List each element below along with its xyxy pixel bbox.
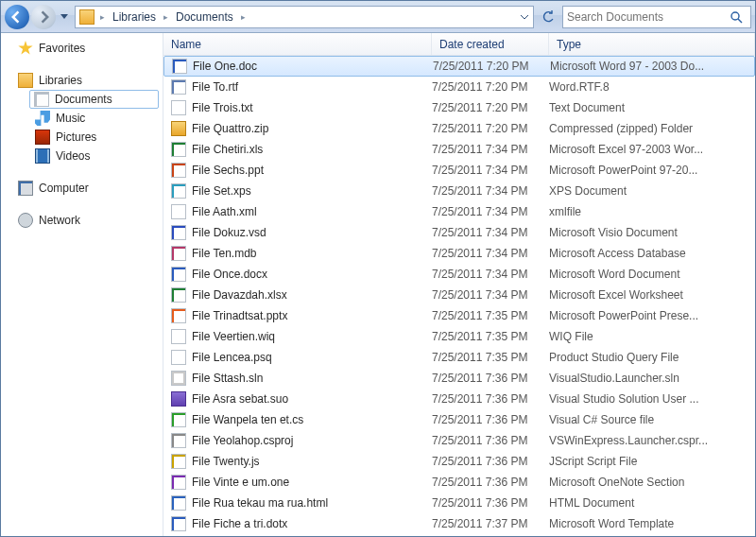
file-row[interactable]: File Ten.mdb7/25/2011 7:34 PMMicrosoft A… (163, 243, 755, 264)
nav-libraries[interactable]: Libraries (1, 71, 163, 90)
chevron-down-icon[interactable] (520, 12, 529, 22)
file-icon (171, 350, 186, 365)
file-date: 7/25/2011 7:36 PM (432, 413, 549, 426)
file-date: 7/25/2011 7:35 PM (432, 309, 549, 322)
file-type: Text Document (549, 101, 755, 114)
file-rows[interactable]: File One.doc7/25/2011 7:20 PMMicrosoft W… (163, 56, 755, 536)
file-type: Product Studio Query File (549, 351, 755, 364)
column-header-type[interactable]: Type (549, 33, 755, 55)
file-row[interactable]: File Rua tekau ma rua.html7/25/2011 7:36… (163, 493, 755, 513)
file-row[interactable]: File Quattro.zip7/25/2011 7:20 PMCompres… (163, 118, 755, 139)
chevron-right-icon: ▸ (98, 12, 107, 22)
explorer-window: ▸ Libraries ▸ Documents ▸ Favorites (0, 0, 756, 537)
file-row[interactable]: File Veertien.wiq7/25/2011 7:35 PMWIQ Fi… (163, 326, 755, 347)
nav-network[interactable]: Network (1, 211, 163, 230)
file-row[interactable]: File Fiche a tri.dotx7/25/2011 7:37 PMMi… (163, 513, 755, 534)
file-name: File Vinte e um.one (192, 476, 289, 489)
column-headers: Name Date created Type (163, 33, 755, 56)
file-row[interactable]: File Lencea.psq7/25/2011 7:35 PMProduct … (163, 347, 755, 368)
computer-icon (18, 181, 33, 196)
search-input[interactable] (567, 10, 730, 24)
file-icon (171, 287, 186, 303)
file-row[interactable]: File To.rtf7/25/2011 7:20 PMWord.RTF.8 (163, 77, 755, 97)
search-box[interactable] (562, 6, 751, 28)
file-type: Compressed (zipped) Folder (549, 122, 755, 135)
file-row[interactable]: File Yeolahop.csproj7/25/2011 7:36 PMVSW… (163, 430, 755, 451)
nav-computer[interactable]: Computer (1, 179, 163, 198)
nav-label: Favorites (39, 42, 85, 55)
file-row[interactable]: File Trinadtsat.pptx7/25/2011 7:35 PMMic… (163, 305, 755, 326)
file-icon (171, 516, 186, 531)
file-row[interactable]: File Dalawampu't apat.xsn7/25/2011 7:37 … (163, 534, 755, 536)
ic-mus-icon (35, 111, 50, 126)
back-button[interactable] (5, 5, 29, 29)
file-type: WIQ File (549, 330, 755, 343)
file-row[interactable]: File Dokuz.vsd7/25/2011 7:34 PMMicrosoft… (163, 222, 755, 243)
ic-pic-icon (35, 130, 50, 145)
file-row[interactable]: File Sechs.ppt7/25/2011 7:34 PMMicrosoft… (163, 160, 755, 181)
file-row[interactable]: File Chetiri.xls7/25/2011 7:34 PMMicroso… (163, 139, 755, 160)
file-type: Word.RTF.8 (549, 80, 755, 94)
file-name: File Twenty.js (192, 455, 260, 468)
file-row[interactable]: File Vinte e um.one7/25/2011 7:36 PMMicr… (163, 472, 755, 493)
folder-icon (79, 9, 94, 25)
file-type: Visual Studio Solution User ... (549, 392, 755, 406)
file-type: Microsoft Access Database (549, 247, 755, 260)
nav-favorites[interactable]: Favorites (1, 39, 163, 58)
file-date: 7/25/2011 7:20 PM (432, 122, 549, 135)
file-name: File Aath.xml (192, 205, 257, 218)
breadcrumb-item[interactable]: Libraries (107, 10, 162, 24)
file-row[interactable]: File Wanpela ten et.cs7/25/2011 7:36 PMV… (163, 409, 755, 430)
nav-item-pictures[interactable]: Pictures (1, 128, 163, 147)
nav-item-videos[interactable]: Videos (1, 147, 163, 165)
file-type: XPS Document (549, 184, 755, 198)
search-icon (730, 10, 743, 24)
history-dropdown[interactable] (58, 5, 71, 29)
file-list-pane: Name Date created Type File One.doc7/25/… (163, 33, 755, 536)
file-row[interactable]: File Davazdah.xlsx7/25/2011 7:34 PMMicro… (163, 285, 755, 305)
nav-item-label: Documents (55, 93, 112, 106)
forward-button[interactable] (31, 5, 56, 29)
ic-vid-icon (35, 148, 50, 164)
nav-label: Network (39, 214, 80, 227)
nav-item-documents[interactable]: Documents (29, 90, 159, 109)
file-row[interactable]: File Once.docx7/25/2011 7:34 PMMicrosoft… (163, 264, 755, 285)
column-header-name[interactable]: Name (163, 33, 432, 55)
file-name: File Dokuz.vsd (192, 226, 266, 239)
file-icon (171, 204, 186, 219)
file-icon (171, 371, 186, 386)
file-icon (171, 391, 186, 407)
file-date: 7/25/2011 7:36 PM (432, 455, 549, 468)
file-icon (171, 79, 186, 95)
file-row[interactable]: File Sttash.sln7/25/2011 7:36 PMVisualSt… (163, 368, 755, 389)
file-date: 7/25/2011 7:35 PM (432, 351, 549, 364)
file-row[interactable]: File One.doc7/25/2011 7:20 PMMicrosoft W… (163, 56, 755, 77)
file-icon (171, 246, 186, 261)
nav-item-music[interactable]: Music (1, 109, 163, 128)
file-icon (171, 121, 186, 136)
nav-item-label: Music (56, 112, 85, 125)
breadcrumb-bar[interactable]: ▸ Libraries ▸ Documents ▸ (75, 6, 534, 28)
file-name: File Trinadtsat.pptx (192, 309, 287, 322)
chevron-down-icon (60, 14, 68, 20)
file-row[interactable]: File Trois.txt7/25/2011 7:20 PMText Docu… (163, 97, 755, 118)
nav-libraries-group: Libraries DocumentsMusicPicturesVideos (1, 71, 163, 165)
file-row[interactable]: File Aath.xml7/25/2011 7:34 PMxmlfile (163, 201, 755, 222)
file-type: VisualStudio.Launcher.sln (549, 372, 755, 385)
nav-label: Libraries (39, 74, 82, 87)
file-type: Microsoft Excel Worksheet (549, 288, 755, 302)
file-type: JScript Script File (549, 455, 755, 468)
file-type: Microsoft Word Document (549, 268, 755, 281)
file-row[interactable]: File Set.xps7/25/2011 7:34 PMXPS Documen… (163, 181, 755, 201)
breadcrumb-item[interactable]: Documents (170, 10, 239, 24)
file-date: 7/25/2011 7:36 PM (432, 496, 549, 510)
file-row[interactable]: File Twenty.js7/25/2011 7:36 PMJScript S… (163, 451, 755, 472)
refresh-button[interactable] (538, 7, 558, 27)
file-name: File Ten.mdb (192, 247, 256, 260)
column-header-date[interactable]: Date created (432, 33, 549, 55)
file-icon (171, 454, 186, 469)
nav-label: Computer (39, 182, 89, 195)
file-name: File Yeolahop.csproj (192, 434, 293, 447)
file-icon (171, 163, 186, 178)
file-row[interactable]: File Asra sebat.suo7/25/2011 7:36 PMVisu… (163, 389, 755, 409)
